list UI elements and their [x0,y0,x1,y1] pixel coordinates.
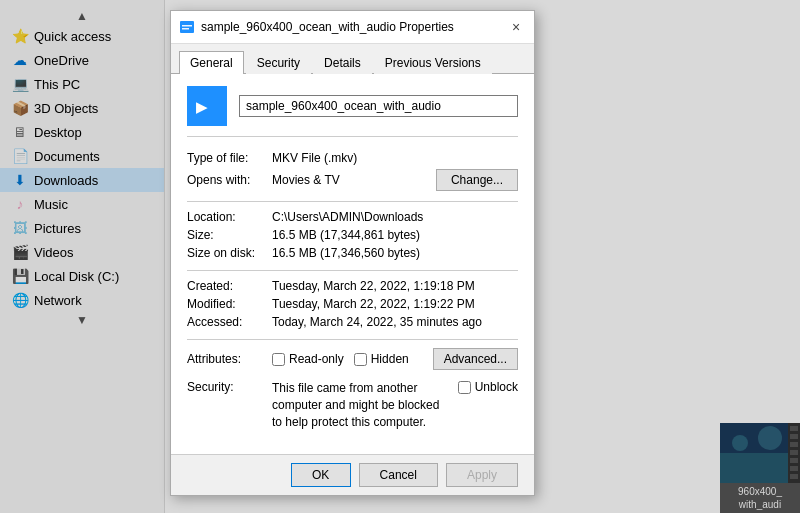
location-value: C:\Users\ADMIN\Downloads [272,210,518,224]
created-value: Tuesday, March 22, 2022, 1:19:18 PM [272,279,518,293]
opens-with-label: Opens with: [187,173,272,187]
size-label: Size: [187,228,272,242]
location-label: Location: [187,210,272,224]
attributes-row: Attributes: Read-only Hidden Advanced... [187,348,518,370]
hidden-checkbox-label[interactable]: Hidden [354,352,409,366]
hidden-checkbox[interactable] [354,353,367,366]
apply-button[interactable]: Apply [446,463,518,487]
file-name-input[interactable] [239,95,518,117]
dialog-title-icon [179,19,195,35]
svg-rect-14 [182,28,189,30]
readonly-checkbox-label[interactable]: Read-only [272,352,344,366]
unblock-checkbox[interactable] [458,381,471,394]
svg-rect-12 [180,21,194,33]
dialog-titlebar: sample_960x400_ocean_with_audio Properti… [171,11,534,44]
size-on-disk-label: Size on disk: [187,246,272,260]
cancel-button[interactable]: Cancel [359,463,438,487]
modified-value: Tuesday, March 22, 2022, 1:19:22 PM [272,297,518,311]
hidden-label: Hidden [371,352,409,366]
ok-button[interactable]: OK [291,463,351,487]
location-size-section: Location: C:\Users\ADMIN\Downloads Size:… [187,210,518,260]
advanced-button[interactable]: Advanced... [433,348,518,370]
type-row: Type of file: MKV File (.mkv) [187,151,518,165]
opens-with-row: Opens with: Movies & TV Change... [187,169,518,191]
tab-previous-versions[interactable]: Previous Versions [374,51,492,74]
type-value: MKV File (.mkv) [272,151,518,165]
modified-label: Modified: [187,297,272,311]
security-label: Security: [187,380,272,394]
security-row: Security: This file came from another co… [187,380,518,430]
tab-general[interactable]: General [179,51,244,74]
dialog-close-button[interactable]: × [506,17,526,37]
created-label: Created: [187,279,272,293]
dialog-body: ▶ Type of file: MKV File (.mkv) Opens wi… [171,74,534,454]
properties-dialog: sample_960x400_ocean_with_audio Properti… [170,10,535,496]
size-row: Size: 16.5 MB (17,344,861 bytes) [187,228,518,242]
readonly-checkbox[interactable] [272,353,285,366]
file-type-icon: ▶ [187,86,227,126]
accessed-label: Accessed: [187,315,272,329]
svg-rect-13 [182,25,192,27]
tab-security[interactable]: Security [246,51,311,74]
unblock-label: Unblock [475,380,518,394]
size-on-disk-value: 16.5 MB (17,346,560 bytes) [272,246,518,260]
modified-row: Modified: Tuesday, March 22, 2022, 1:19:… [187,297,518,311]
accessed-row: Accessed: Today, March 24, 2022, 35 minu… [187,315,518,329]
size-value: 16.5 MB (17,344,861 bytes) [272,228,518,242]
unblock-checkbox-label[interactable]: Unblock [458,380,518,394]
attributes-controls: Read-only Hidden Advanced... [272,348,518,370]
dialog-footer: OK Cancel Apply [171,454,534,495]
dates-section: Created: Tuesday, March 22, 2022, 1:19:1… [187,279,518,329]
opens-with-value: Movies & TV [272,173,436,187]
size-on-disk-row: Size on disk: 16.5 MB (17,346,560 bytes) [187,246,518,260]
change-button[interactable]: Change... [436,169,518,191]
security-unblock: Unblock [458,380,518,394]
security-text: This file came from another computer and… [272,380,448,430]
file-header: ▶ [187,86,518,137]
dialog-tabs: GeneralSecurityDetailsPrevious Versions [171,44,534,74]
tab-details[interactable]: Details [313,51,372,74]
accessed-value: Today, March 24, 2022, 35 minutes ago [272,315,518,329]
file-type-section: Type of file: MKV File (.mkv) Opens with… [187,151,518,191]
created-row: Created: Tuesday, March 22, 2022, 1:19:1… [187,279,518,293]
readonly-label: Read-only [289,352,344,366]
security-content: This file came from another computer and… [272,380,518,430]
dialog-title-text: sample_960x400_ocean_with_audio Properti… [201,20,506,34]
attributes-label: Attributes: [187,352,272,366]
svg-text:▶: ▶ [196,99,208,115]
location-row: Location: C:\Users\ADMIN\Downloads [187,210,518,224]
type-label: Type of file: [187,151,272,165]
